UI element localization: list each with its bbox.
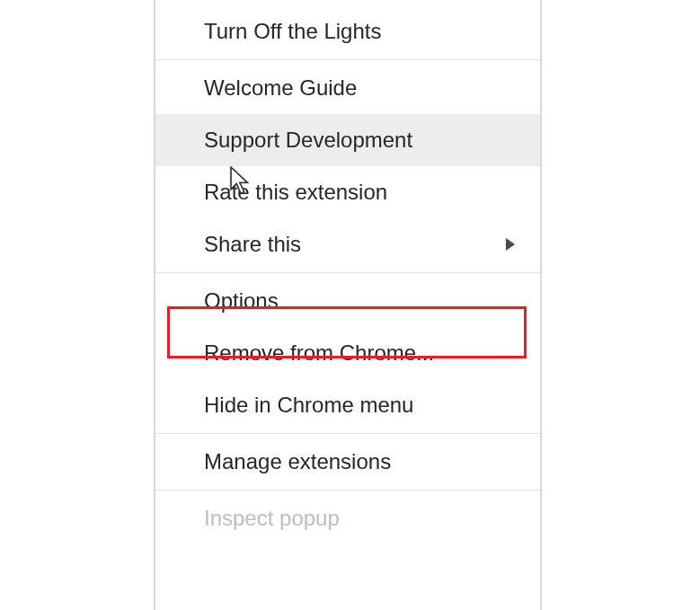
- menu-divider: [155, 433, 540, 434]
- menu-divider: [155, 490, 540, 491]
- menu-item-label: Inspect popup: [204, 505, 340, 532]
- menu-item-hide-in-chrome-menu[interactable]: Hide in Chrome menu: [155, 379, 540, 431]
- menu-item-label: Remove from Chrome...: [204, 340, 434, 367]
- menu-item-label: Manage extensions: [204, 448, 391, 475]
- menu-item-label: Support Development: [204, 127, 412, 154]
- menu-item-label: Rate this extension: [204, 179, 387, 206]
- menu-item-turn-off-lights[interactable]: Turn Off the Lights: [155, 5, 540, 57]
- menu-item-manage-extensions[interactable]: Manage extensions: [155, 436, 540, 488]
- menu-item-inspect-popup: Inspect popup: [155, 492, 540, 544]
- menu-item-remove-from-chrome[interactable]: Remove from Chrome...: [155, 327, 540, 379]
- menu-divider: [155, 59, 540, 60]
- menu-item-label: Share this: [204, 231, 301, 258]
- menu-item-support-development[interactable]: Support Development: [155, 114, 540, 166]
- context-menu: Turn Off the Lights Welcome Guide Suppor…: [154, 0, 542, 610]
- menu-item-label: Hide in Chrome menu: [204, 392, 413, 419]
- menu-item-options[interactable]: Options: [155, 275, 540, 327]
- menu-item-welcome-guide[interactable]: Welcome Guide: [155, 62, 540, 114]
- menu-item-label: Welcome Guide: [204, 75, 357, 102]
- menu-item-rate-extension[interactable]: Rate this extension: [155, 166, 540, 218]
- menu-item-label: Turn Off the Lights: [204, 18, 381, 45]
- chevron-right-icon: [506, 238, 515, 251]
- menu-divider: [155, 272, 540, 273]
- menu-item-label: Options: [204, 287, 279, 314]
- menu-item-share-this[interactable]: Share this: [155, 218, 540, 270]
